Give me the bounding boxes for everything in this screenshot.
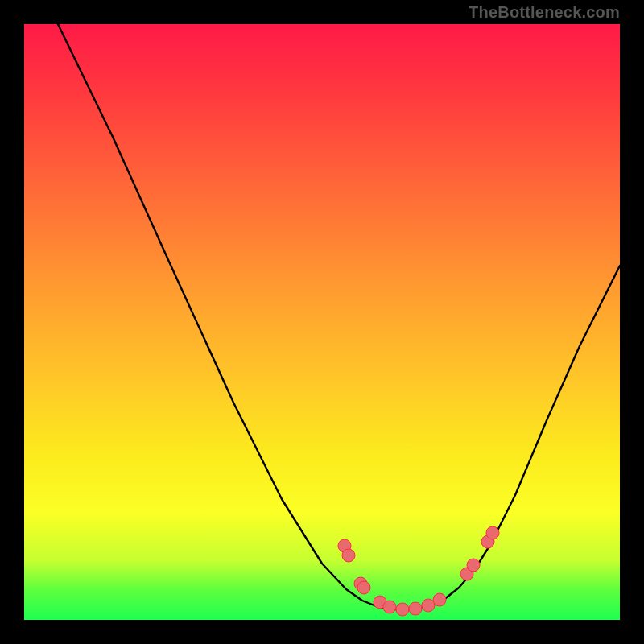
plot-background-gradient (24, 24, 620, 620)
chart-root: TheBottleneck.com (0, 0, 644, 644)
watermark-text: TheBottleneck.com (469, 3, 620, 22)
